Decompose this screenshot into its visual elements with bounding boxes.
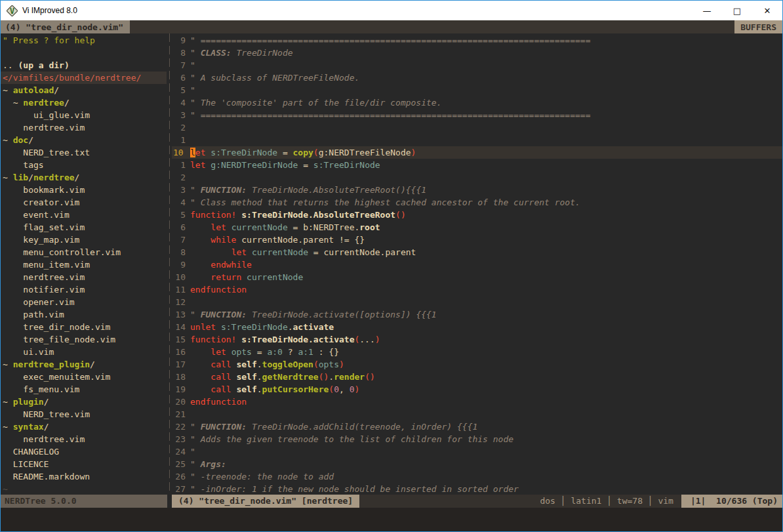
tree-item[interactable]: menu_item.vim (3, 258, 167, 271)
tree-item[interactable]: bookmark.vim (3, 184, 167, 196)
tree-item[interactable]: tree_file_node.vim (3, 333, 167, 346)
code-pane[interactable]: 9" =====================================… (172, 33, 782, 495)
tree-item[interactable]: nerdtree.vim (3, 271, 167, 283)
code-line[interactable]: 18 call self.getNerdtree().render() (172, 371, 782, 383)
tree-item[interactable]: tags (3, 159, 167, 171)
tree-item[interactable]: path.vim (3, 308, 167, 321)
nerdtree-pane[interactable]: " Press ? for help.. (up a dir)</vimfile… (1, 33, 167, 495)
code-line[interactable]: 20endfunction (172, 396, 782, 408)
tree-item[interactable]: NERD_tree.txt (3, 146, 167, 159)
tree-item[interactable]: ~ nerdtree/ (3, 96, 167, 109)
line-number: 21 (172, 408, 190, 420)
tree-item[interactable]: ~ autoload/ (3, 84, 167, 96)
maximize-icon[interactable]: □ (722, 1, 752, 20)
window-title: Vi IMproved 8.0 (22, 6, 77, 15)
editor-split: " Press ? for help.. (up a dir)</vimfile… (1, 33, 782, 495)
minimize-icon[interactable]: — (692, 1, 722, 20)
line-number: 11 (172, 283, 190, 296)
code-line[interactable]: 1let g:NERDTreeDirNode = s:TreeDirNode (172, 159, 782, 171)
code-line[interactable]: 24" (172, 445, 782, 458)
tree-item[interactable]: flag_set.vim (3, 221, 167, 234)
tree-item[interactable]: NERD_tree.vim (3, 408, 167, 420)
code-line[interactable]: 22" FUNCTION: TreeDirNode.addChild(treen… (172, 420, 782, 433)
code-line[interactable]: 2 (172, 121, 782, 134)
tree-item[interactable]: notifier.vim (3, 283, 167, 296)
code-line[interactable]: 6 let currentNode = b:NERDTree.root (172, 221, 782, 234)
code-line[interactable]: 3" =====================================… (172, 109, 782, 121)
code-line[interactable]: 7" (172, 59, 782, 72)
tree-item[interactable]: tree_dir_node.vim (3, 321, 167, 333)
close-icon[interactable]: ✕ (752, 1, 782, 20)
code-line[interactable]: 5" (172, 84, 782, 96)
line-number: 12 (172, 296, 190, 308)
line-number: 2 (172, 121, 190, 134)
line-number: 4 (172, 196, 190, 209)
code-line[interactable]: 8 let currentNode = currentNode.parent (172, 246, 782, 258)
code-line[interactable]: 27" -inOrder: 1 if the new node should b… (172, 483, 782, 495)
tree-item[interactable]: exec_menuitem.vim (3, 371, 167, 383)
code-line[interactable]: 9 endwhile (172, 258, 782, 271)
code-line[interactable]: 1 (172, 134, 782, 146)
window-separator[interactable] (167, 33, 172, 495)
code-line-current[interactable]: 10let s:TreeDirNode = copy(g:NERDTreeFil… (172, 146, 782, 159)
tree-item[interactable]: event.vim (3, 209, 167, 221)
code-line[interactable]: 26" -treenode: the node to add (172, 470, 782, 483)
code-line[interactable]: 4" The 'composite' part of the file/dir … (172, 96, 782, 109)
code-line[interactable]: 4" Class method that returns the highest… (172, 196, 782, 209)
line-number: 9 (172, 34, 190, 47)
code-line[interactable]: 2 (172, 171, 782, 184)
tree-item[interactable]: .. (up a dir) (3, 59, 167, 72)
tree-item[interactable]: " Press ? for help (3, 34, 167, 47)
code-line[interactable]: 21 (172, 408, 782, 420)
code-line[interactable]: 5function! s:TreeDirNode.AbsoluteTreeRoo… (172, 209, 782, 221)
tree-item[interactable]: ui.vim (3, 346, 167, 358)
tree-item[interactable]: ~ syntax/ (3, 420, 167, 433)
tree-item[interactable]: README.markdown (3, 470, 167, 483)
line-number: 7 (172, 234, 190, 246)
code-line[interactable]: 25" Args: (172, 458, 782, 470)
code-line[interactable]: 9" =====================================… (172, 34, 782, 47)
line-number: 4 (172, 96, 190, 109)
tree-root-item[interactable]: </vimfiles/bundle/nerdtree/ (1, 72, 167, 84)
code-line[interactable]: 17 call self.toggleOpen(opts) (172, 358, 782, 371)
code-line[interactable]: 13" FUNCTION: TreeDirNode.activate([opti… (172, 308, 782, 321)
tree-item[interactable]: nerdtree.vim (3, 433, 167, 445)
file-options-status: dos │ latin1 │ tw=78 │ vim (359, 495, 681, 508)
line-number: 6 (172, 221, 190, 234)
code-line[interactable]: 11endfunction (172, 283, 782, 296)
tree-item[interactable]: fs_menu.vim (3, 383, 167, 396)
line-number: 9 (172, 258, 190, 271)
tree-item[interactable]: opener.vim (3, 296, 167, 308)
command-line[interactable] (1, 508, 782, 531)
code-line[interactable]: 19 call self.putCursorHere(0, 0) (172, 383, 782, 396)
tree-item[interactable]: ~ lib/nerdtree/ (3, 171, 167, 184)
code-line[interactable]: 23" Adds the given treenode to the list … (172, 433, 782, 445)
buffers-label[interactable]: BUFFERS (734, 20, 782, 33)
line-number: 17 (172, 358, 190, 371)
tree-item[interactable] (3, 47, 167, 59)
tree-item[interactable]: ~ nerdtree_plugin/ (3, 358, 167, 371)
code-line[interactable]: 10 return currentNode (172, 271, 782, 283)
line-number: 1 (172, 159, 190, 171)
code-line[interactable]: 15function! s:TreeDirNode.activate(...) (172, 333, 782, 346)
code-line[interactable]: 6" A subclass of NERDTreeFileNode. (172, 72, 782, 84)
code-line[interactable]: 3" FUNCTION: TreeDirNode.AbsoluteTreeRoo… (172, 184, 782, 196)
line-number: 20 (172, 396, 190, 408)
tree-item[interactable]: ui_glue.vim (3, 109, 167, 121)
tree-item[interactable]: key_map.vim (3, 234, 167, 246)
tree-item[interactable]: nerdtree.vim (3, 121, 167, 134)
tree-item[interactable]: creator.vim (3, 196, 167, 209)
tree-item[interactable]: menu_controller.vim (3, 246, 167, 258)
tree-item[interactable]: LICENCE (3, 458, 167, 470)
code-line[interactable]: 8" CLASS: TreeDirNode (172, 47, 782, 59)
code-line[interactable]: 7 while currentNode.parent != {} (172, 234, 782, 246)
code-line[interactable]: 16 let opts = a:0 ? a:1 : {} (172, 346, 782, 358)
tree-item[interactable]: ~ (3, 483, 167, 495)
code-line[interactable]: 12 (172, 296, 782, 308)
line-number: 10 (172, 146, 190, 159)
tab-tree-dir-node[interactable]: (4) "tree_dir_node.vim" (1, 20, 130, 33)
tree-item[interactable]: ~ plugin/ (3, 396, 167, 408)
tree-item[interactable]: CHANGELOG (3, 445, 167, 458)
tree-item[interactable]: ~ doc/ (3, 134, 167, 146)
code-line[interactable]: 14unlet s:TreeDirNode.activate (172, 321, 782, 333)
